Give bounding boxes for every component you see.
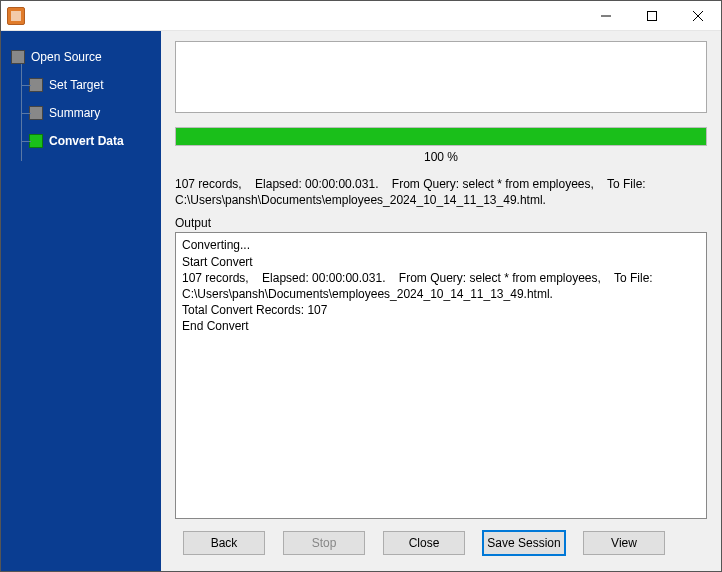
nav-convert-data[interactable]: Convert Data xyxy=(1,127,161,155)
button-row: Back Stop Close Save Session View xyxy=(175,527,707,561)
wizard-sidebar: Open Source Set Target Summary Convert D… xyxy=(1,31,161,571)
output-log[interactable] xyxy=(175,232,707,519)
nav-label: Open Source xyxy=(31,50,102,64)
minimize-button[interactable] xyxy=(583,1,629,31)
output-label: Output xyxy=(175,216,707,230)
svg-rect-1 xyxy=(648,11,657,20)
nav-step-icon xyxy=(11,50,25,64)
title-bar xyxy=(1,1,721,31)
conversion-summary-text: 107 records, Elapsed: 00:00:00.031. From… xyxy=(175,176,707,208)
nav-step-icon xyxy=(29,78,43,92)
save-session-button[interactable]: Save Session xyxy=(483,531,565,555)
app-icon xyxy=(7,7,25,25)
view-button[interactable]: View xyxy=(583,531,665,555)
output-section: Output xyxy=(175,216,707,519)
nav-label: Convert Data xyxy=(49,134,124,148)
main-panel: 100 % 107 records, Elapsed: 00:00:00.031… xyxy=(161,31,721,571)
progress-fill xyxy=(176,128,706,145)
maximize-button[interactable] xyxy=(629,1,675,31)
close-window-button[interactable] xyxy=(675,1,721,31)
progress-section: 100 % xyxy=(175,127,707,164)
header-panel xyxy=(175,41,707,113)
progress-percent-label: 100 % xyxy=(175,150,707,164)
progress-bar xyxy=(175,127,707,146)
close-button[interactable]: Close xyxy=(383,531,465,555)
nav-open-source[interactable]: Open Source xyxy=(1,43,161,71)
nav-step-icon xyxy=(29,134,43,148)
nav-label: Set Target xyxy=(49,78,103,92)
nav-set-target[interactable]: Set Target xyxy=(1,71,161,99)
stop-button: Stop xyxy=(283,531,365,555)
nav-step-icon xyxy=(29,106,43,120)
nav-label: Summary xyxy=(49,106,100,120)
back-button[interactable]: Back xyxy=(183,531,265,555)
nav-summary[interactable]: Summary xyxy=(1,99,161,127)
